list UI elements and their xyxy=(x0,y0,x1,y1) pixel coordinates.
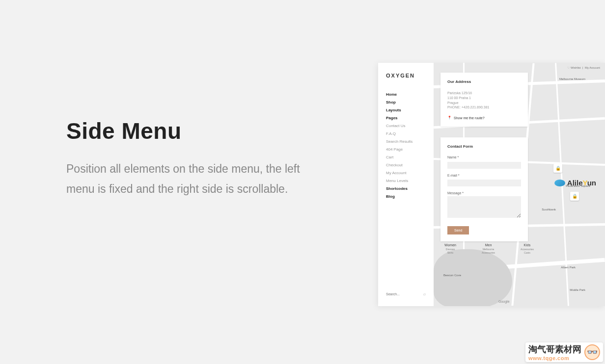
map-label: Beacon Cove xyxy=(443,274,461,277)
name-label: Name * xyxy=(447,156,521,159)
category-column[interactable]: MenMelbourneAccessories xyxy=(482,243,495,254)
footer-watermark: 淘气哥素材网 www.tqge.com 👓 xyxy=(525,342,603,362)
category-column[interactable]: KidsAccessoriesCoats xyxy=(521,243,534,254)
nav-item[interactable]: Contact Us xyxy=(386,124,426,128)
email-input[interactable] xyxy=(447,180,521,186)
preview-window: OXYGEN HomeShopLayoutsPagesContact UsF.A… xyxy=(378,63,605,306)
nav-item[interactable]: Cart xyxy=(386,155,426,159)
address-line: Prague xyxy=(447,101,521,105)
nav-list: HomeShopLayoutsPagesContact UsF.A.QSearc… xyxy=(386,92,426,202)
lock-icon: 🔒 xyxy=(570,192,579,201)
contact-title: Contact Form xyxy=(447,144,521,149)
nav-item[interactable]: Menu Levels xyxy=(386,179,426,183)
search-icon[interactable]: ⌕ xyxy=(423,291,426,296)
top-links: ♡ Wishlist | My Account xyxy=(567,66,600,69)
category-row: WomenDressesSkirtsMenMelbourneAccessorie… xyxy=(444,243,534,254)
map-label: Melbourne Museum xyxy=(559,78,585,80)
nav-item[interactable]: Shop xyxy=(386,100,426,104)
search-input[interactable] xyxy=(386,292,415,296)
nav-item[interactable]: Blog xyxy=(386,194,426,199)
nav-item[interactable]: Layouts xyxy=(386,108,426,112)
nav-item[interactable]: Shortcodes xyxy=(386,186,426,191)
account-link[interactable]: My Account xyxy=(585,66,600,69)
route-text: Show me the route? xyxy=(454,116,485,120)
search-wrapper: ⌕ xyxy=(386,291,426,296)
watermark-url: www.tqge.com xyxy=(528,355,581,361)
address-phone: PHONE: +420.221.890.381 xyxy=(447,105,521,110)
cloud-icon xyxy=(554,180,565,186)
mascot-icon: 👓 xyxy=(584,344,600,360)
map-label: Southbank xyxy=(542,208,556,211)
nav-item[interactable]: F.A.Q xyxy=(386,131,426,136)
nav-item[interactable]: 404 Page xyxy=(386,147,426,152)
heart-icon[interactable]: ♡ xyxy=(567,66,570,69)
nav-item[interactable]: Home xyxy=(386,92,426,97)
address-title: Our Address xyxy=(447,79,521,84)
watermark-brand: 淘气哥素材网 xyxy=(528,343,581,355)
send-button[interactable]: Send xyxy=(447,226,469,234)
contact-card: Contact Form Name * E-mail * Message * S… xyxy=(440,137,528,241)
nav-item[interactable]: Search Results xyxy=(386,139,426,144)
name-input[interactable] xyxy=(447,162,521,169)
lock-icon: 🔒 xyxy=(553,164,562,173)
address-line: 110 00 Praha 1 xyxy=(447,96,521,101)
map-label: Middle Park xyxy=(570,288,585,291)
logo[interactable]: OXYGEN xyxy=(386,73,426,78)
nav-item[interactable]: Checkout xyxy=(386,163,426,167)
nav-item[interactable]: Pages xyxy=(386,116,426,120)
watermark-alileyun: AlileYun xyxy=(554,179,596,187)
address-card: Our Address Parizska 125/16 110 00 Praha… xyxy=(440,73,528,127)
message-input[interactable] xyxy=(447,196,521,218)
hero-title: Side Menu xyxy=(66,118,322,144)
map-label: Albert Park xyxy=(561,266,576,269)
nav-item[interactable]: My Account xyxy=(386,171,426,175)
address-line: Parizska 125/16 xyxy=(447,91,521,96)
google-logo: Google xyxy=(498,300,510,303)
route-link[interactable]: 📍 Show me the route? xyxy=(447,116,521,120)
message-label: Message * xyxy=(447,191,521,195)
wishlist-link[interactable]: Wishlist xyxy=(571,66,581,69)
watermark-text: AlileYun xyxy=(567,179,596,187)
pin-icon: 📍 xyxy=(447,116,452,120)
hero-description: Position all elements on the side menu, … xyxy=(66,159,322,200)
content-area: Melbourne Museum Federation Square South… xyxy=(434,63,605,306)
sidebar: OXYGEN HomeShopLayoutsPagesContact UsF.A… xyxy=(378,63,434,306)
email-label: E-mail * xyxy=(447,174,521,177)
category-column[interactable]: WomenDressesSkirts xyxy=(444,243,456,254)
